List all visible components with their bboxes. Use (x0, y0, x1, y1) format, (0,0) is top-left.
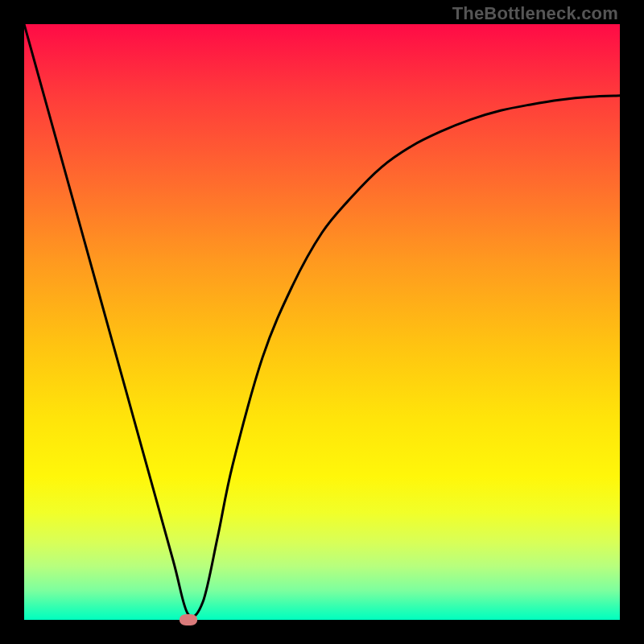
watermark-text: TheBottleneck.com (452, 3, 618, 24)
chart-frame: TheBottleneck.com (0, 0, 644, 644)
minimum-marker (180, 614, 197, 625)
bottleneck-curve (24, 24, 620, 617)
curve-svg (24, 24, 620, 620)
plot-area (24, 24, 620, 620)
